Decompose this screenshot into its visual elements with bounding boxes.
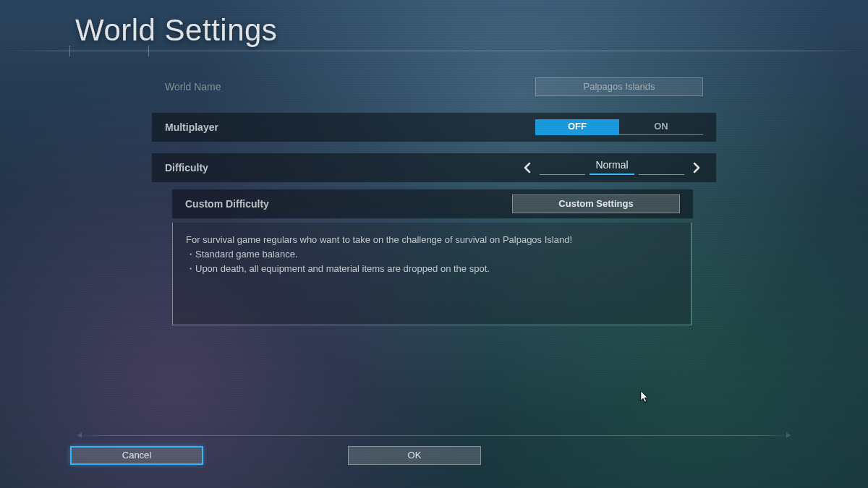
difficulty-seg-3	[639, 174, 684, 175]
cursor-icon	[640, 390, 649, 403]
world-settings-screen: World Settings World Name Palpagos Islan…	[0, 0, 868, 488]
custom-settings-button[interactable]: Custom Settings	[512, 194, 680, 213]
footer-divider	[70, 435, 798, 436]
difficulty-selector[interactable]: Normal	[521, 160, 703, 175]
difficulty-value: Normal	[595, 159, 628, 171]
multiplayer-on[interactable]: ON	[619, 119, 703, 135]
settings-panel: World Name Palpagos Islands Multiplayer …	[152, 72, 716, 325]
desc-line-2: Standard game balance.	[186, 247, 678, 262]
desc-line-3: Upon death, all equipment and material i…	[186, 262, 678, 276]
difficulty-seg-1	[540, 174, 585, 175]
page-title: World Settings	[75, 13, 277, 48]
cancel-button[interactable]: Cancel	[70, 446, 203, 465]
footer-buttons: Cancel OK	[70, 446, 798, 465]
row-difficulty: Difficulty Normal	[152, 153, 716, 182]
difficulty-description: For survival game regulars who want to t…	[172, 223, 692, 325]
chevron-left-icon[interactable]	[521, 161, 534, 174]
difficulty-seg-2: Normal	[590, 174, 635, 175]
row-custom-difficulty: Custom Difficulty Custom Settings	[172, 189, 693, 218]
multiplayer-toggle[interactable]: OFF ON	[535, 119, 703, 135]
world-name-label: World Name	[165, 81, 317, 93]
footer: Cancel OK	[70, 435, 798, 465]
multiplayer-label: Multiplayer	[165, 121, 317, 133]
row-multiplayer: Multiplayer OFF ON	[152, 113, 716, 142]
difficulty-label: Difficulty	[165, 162, 317, 174]
desc-line-1: For survival game regulars who want to t…	[186, 233, 678, 247]
ok-button[interactable]: OK	[348, 446, 481, 465]
title-underline	[7, 51, 861, 51]
multiplayer-off[interactable]: OFF	[535, 119, 619, 135]
row-world-name: World Name Palpagos Islands	[152, 72, 716, 101]
chevron-right-icon[interactable]	[690, 161, 703, 174]
title-tick-right	[148, 46, 149, 56]
custom-difficulty-label: Custom Difficulty	[185, 198, 337, 210]
difficulty-track: Normal	[540, 160, 684, 175]
world-name-input[interactable]: Palpagos Islands	[535, 77, 703, 96]
title-tick-left	[69, 46, 70, 56]
